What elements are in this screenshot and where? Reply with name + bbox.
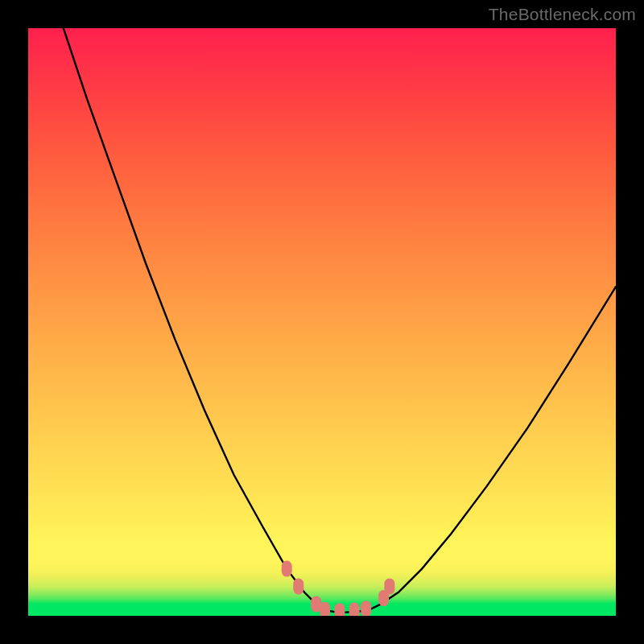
- watermark-text: TheBottleneck.com: [489, 5, 636, 24]
- marker-point: [361, 601, 371, 616]
- outer-frame: TheBottleneck.com: [0, 0, 644, 644]
- marker-point: [334, 603, 345, 616]
- series-right-curve: [369, 287, 616, 610]
- marker-point: [282, 561, 292, 577]
- curve-overlay: [28, 28, 616, 616]
- plot-area: [28, 28, 616, 616]
- series-left-curve: [64, 28, 322, 610]
- marker-point: [384, 579, 394, 595]
- marker-point: [293, 579, 303, 595]
- marker-point: [349, 602, 360, 616]
- marker-point: [320, 602, 330, 616]
